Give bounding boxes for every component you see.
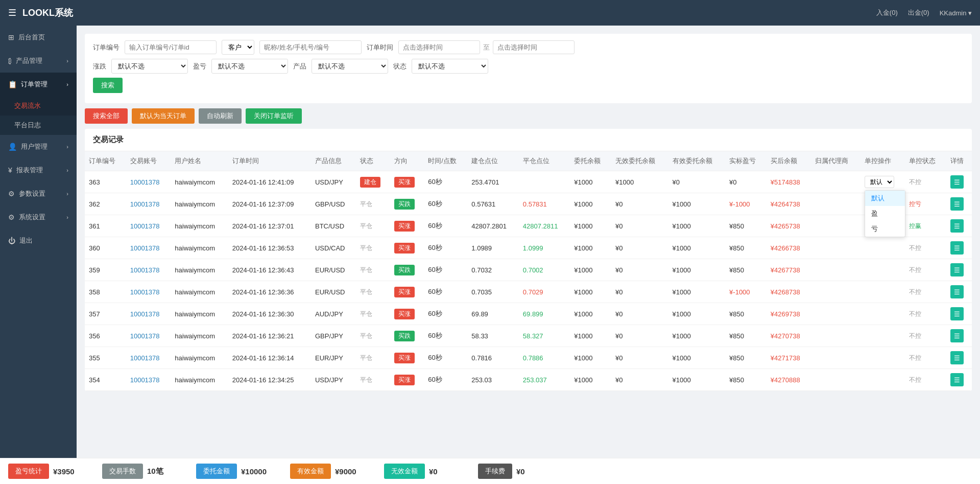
ctrl-op-select[interactable]: 默认盈亏	[865, 176, 894, 188]
td-valid-entrusted: ¥1000	[668, 215, 726, 237]
stat-valid: 有效金额 ¥9000	[290, 464, 376, 479]
sidebar-item-logout[interactable]: ⏻ 退出	[0, 229, 77, 252]
td-entrusted: ¥1000	[570, 369, 611, 391]
withdraw-link[interactable]: 出金(0)	[908, 8, 929, 17]
td-after-bal: ¥4269738	[767, 303, 811, 325]
th-close-price: 平仓点位	[519, 151, 570, 171]
sidebar-item-params[interactable]: ⚙ 参数设置 ›	[0, 182, 77, 205]
detail-button[interactable]: ☰	[950, 373, 964, 386]
td-direction: 买跌	[390, 259, 424, 281]
product-select[interactable]: 默认不选	[312, 59, 388, 74]
auto-refresh-button[interactable]: 自动刷新	[199, 108, 242, 124]
sidebar-item-system[interactable]: ⚙ 系统设置 ›	[0, 205, 77, 229]
pl-select[interactable]: 默认不选 盈 亏	[211, 59, 288, 74]
td-timepoints: 60秒	[424, 171, 467, 193]
menu-icon[interactable]: ☰	[8, 7, 16, 18]
detail-button[interactable]: ☰	[950, 351, 964, 364]
status-tag: 平仓	[360, 200, 372, 208]
td-account[interactable]: 10001378	[126, 171, 171, 193]
real-pl: ¥850	[729, 354, 744, 362]
order-no-input[interactable]	[125, 40, 217, 54]
search-all-button[interactable]: 搜索全部	[85, 108, 128, 124]
td-account[interactable]: 10001378	[126, 369, 171, 391]
detail-button[interactable]: ☰	[950, 263, 964, 276]
nickname-input[interactable]	[259, 40, 362, 54]
td-detail[interactable]: ☰	[946, 215, 972, 237]
td-invalid-entrusted: ¥0	[611, 325, 668, 347]
sidebar-item-trade-flow[interactable]: 交易流水	[0, 96, 77, 116]
td-product: EUR/USD	[311, 259, 356, 281]
sidebar-item-platform-log[interactable]: 平台日志	[0, 116, 77, 135]
detail-button[interactable]: ☰	[950, 219, 964, 233]
td-timepoints: 60秒	[424, 193, 467, 215]
stat-trade: 交易手数 10笔	[102, 464, 188, 479]
dropdown-option-profit[interactable]: 盈	[865, 206, 905, 221]
default-today-button[interactable]: 默认为当天订单	[132, 108, 195, 124]
ctrl-status: 不控	[909, 332, 921, 339]
detail-button[interactable]: ☰	[950, 175, 964, 189]
direction-tag: 买跌	[394, 265, 415, 275]
sidebar-item-dashboard[interactable]: ⊞ 后台首页	[0, 26, 77, 49]
user-menu[interactable]: KKadmin ▾	[940, 9, 972, 17]
td-detail[interactable]: ☰	[946, 259, 972, 281]
td-account[interactable]: 10001378	[126, 193, 171, 215]
td-detail[interactable]: ☰	[946, 303, 972, 325]
sidebar-item-product[interactable]: ₿ 产品管理 ›	[0, 49, 77, 73]
direction-tag: 买涨	[394, 375, 415, 385]
ctrl-status[interactable]: 控亏	[909, 200, 921, 208]
search-button[interactable]: 搜索	[93, 78, 123, 93]
td-account[interactable]: 10001378	[126, 303, 171, 325]
td-account[interactable]: 10001378	[126, 325, 171, 347]
td-close-price: 1.0999	[519, 237, 570, 259]
detail-button[interactable]: ☰	[950, 241, 964, 255]
th-open-price: 建仓点位	[467, 151, 519, 171]
ctrl-status[interactable]: 控赢	[909, 222, 921, 229]
ctrl-status: 不控	[909, 288, 921, 295]
td-username: haiwaiymcom	[171, 215, 228, 237]
system-icon: ⚙	[8, 213, 15, 221]
date-end-input[interactable]	[493, 40, 575, 54]
close-monitor-button[interactable]: 关闭订单监听	[246, 108, 302, 124]
real-pl: ¥850	[729, 222, 744, 230]
real-pl: ¥850	[729, 376, 744, 384]
td-detail[interactable]: ☰	[946, 171, 972, 193]
detail-button[interactable]: ☰	[950, 197, 964, 211]
td-account[interactable]: 10001378	[126, 347, 171, 369]
td-detail[interactable]: ☰	[946, 325, 972, 347]
td-detail[interactable]: ☰	[946, 281, 972, 303]
sidebar-item-report[interactable]: ¥ 报表管理 ›	[0, 158, 77, 182]
detail-button[interactable]: ☰	[950, 307, 964, 320]
td-detail[interactable]: ☰	[946, 369, 972, 391]
date-start-input[interactable]	[398, 40, 480, 54]
user-icon: 👤	[8, 143, 17, 151]
td-account[interactable]: 10001378	[126, 237, 171, 259]
detail-button[interactable]: ☰	[950, 285, 964, 298]
td-detail[interactable]: ☰	[946, 347, 972, 369]
td-detail[interactable]: ☰	[946, 237, 972, 259]
td-account[interactable]: 10001378	[126, 215, 171, 237]
td-after-bal: ¥4264738	[767, 193, 811, 215]
sidebar-item-order[interactable]: 📋 订单管理 ›	[0, 73, 77, 96]
status-select[interactable]: 默认不选	[412, 59, 488, 74]
income-link[interactable]: 入金(0)	[876, 8, 898, 17]
status-tag: 平仓	[360, 244, 372, 251]
customer-select[interactable]: 客户 代理	[222, 40, 254, 55]
dropdown-option-loss[interactable]: 亏	[865, 221, 905, 237]
td-username: haiwaiymcom	[171, 303, 228, 325]
close-price: 69.899	[523, 310, 543, 318]
td-entrusted: ¥1000	[570, 325, 611, 347]
td-account[interactable]: 10001378	[126, 281, 171, 303]
top-bar: ☰ LOOKL系统 入金(0) 出金(0) KKadmin ▾	[0, 0, 980, 26]
table-row: 359 10001378 haiwaiymcom 2024-01-16 12:3…	[85, 259, 972, 281]
td-time: 2024-01-16 12:36:36	[228, 281, 311, 303]
sidebar-item-user[interactable]: 👤 用户管理 ›	[0, 135, 77, 158]
td-account[interactable]: 10001378	[126, 259, 171, 281]
td-time: 2024-01-16 12:36:30	[228, 303, 311, 325]
user-arrow-icon: ›	[66, 144, 68, 150]
status-label: 状态	[393, 62, 407, 71]
detail-button[interactable]: ☰	[950, 329, 964, 342]
td-detail[interactable]: ☰	[946, 193, 972, 215]
agent-select[interactable]: 默认不选 涨 跌	[111, 59, 188, 74]
table-row: 360 10001378 haiwaiymcom 2024-01-16 12:3…	[85, 237, 972, 259]
dropdown-option-default[interactable]: 默认	[865, 191, 905, 206]
